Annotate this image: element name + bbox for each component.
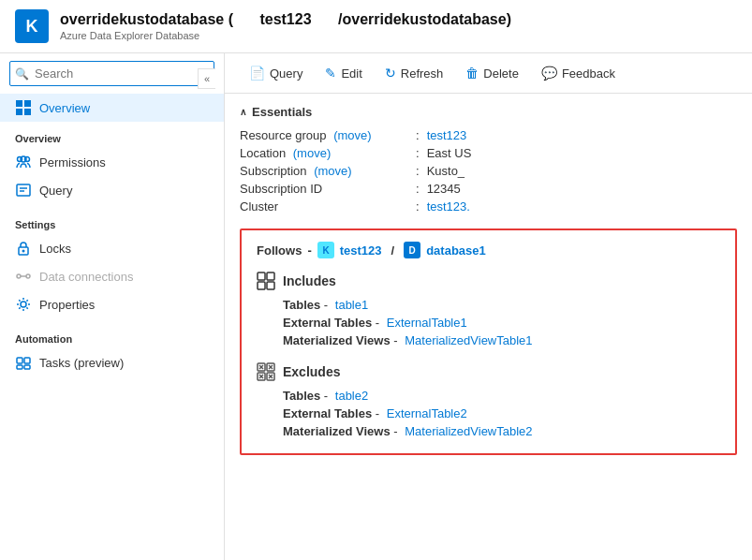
edit-icon: ✎: [325, 66, 336, 81]
excludes-tables-value[interactable]: table2: [335, 389, 368, 403]
includes-external-tables-separator: -: [376, 316, 383, 330]
svg-rect-9: [17, 184, 30, 196]
svg-rect-2: [16, 100, 22, 107]
lock-icon: [15, 240, 32, 257]
follows-dash: -: [307, 243, 311, 258]
sidebar-item-tasks[interactable]: Tasks (preview): [0, 348, 224, 376]
includes-materialized-views-value[interactable]: MaterializedViewTable1: [405, 333, 532, 347]
essentials-chevron-icon: ∧: [240, 107, 246, 117]
excludes-materialized-views-label: Materialized Views: [283, 424, 391, 438]
essentials-colon-5: :: [416, 199, 420, 214]
excludes-materialized-views-value[interactable]: MaterializedViewTable2: [405, 424, 532, 438]
svg-text:K: K: [322, 245, 330, 256]
includes-label: Includes: [283, 273, 336, 288]
page-subtitle: Azure Data Explorer Database: [60, 30, 511, 41]
follows-database-link[interactable]: database1: [426, 243, 486, 258]
excludes-external-tables-label: External Tables: [283, 406, 372, 420]
query-button[interactable]: 📄 Query: [240, 61, 312, 85]
svg-point-8: [25, 157, 30, 162]
svg-rect-19: [24, 358, 30, 363]
follows-cluster-link[interactable]: test123: [340, 243, 382, 258]
properties-icon: [15, 296, 32, 313]
nav-section-overview: Overview Permissions Query: [0, 122, 224, 208]
excludes-icon: [257, 362, 275, 381]
essentials-subscription-id-label: Subscription ID: [240, 182, 408, 196]
sidebar: 🔍 « Overview Overview Permissions: [0, 53, 225, 560]
excludes-materialized-views-row: Materialized Views - MaterializedViewTab…: [257, 424, 720, 438]
essentials-location-value: East US: [427, 146, 472, 160]
essentials-row-resource-group: Resource group (move) : test123: [240, 128, 737, 142]
essentials-colon-1: :: [416, 128, 420, 142]
edit-button[interactable]: ✎ Edit: [316, 61, 371, 85]
includes-external-tables-row: External Tables - ExternalTable1: [257, 316, 720, 330]
sidebar-item-permissions-label: Permissions: [39, 155, 106, 169]
sidebar-item-data-connections: Data connections: [0, 262, 224, 290]
includes-external-tables-value[interactable]: ExternalTable1: [387, 316, 467, 330]
svg-text:D: D: [409, 245, 416, 256]
query-toolbar-icon: 📄: [249, 66, 265, 81]
feedback-button[interactable]: 💬 Feedback: [532, 61, 625, 85]
permissions-icon: [15, 154, 32, 170]
resource-group-move-link[interactable]: (move): [333, 128, 371, 142]
nav-section-overview-label: Overview: [0, 125, 224, 148]
essentials-resource-group-value[interactable]: test123: [427, 128, 467, 142]
includes-materialized-views-separator: -: [393, 333, 401, 347]
essentials-subscription-value: Kusto_: [427, 164, 464, 178]
follows-card: Follows - K test123 / D database1: [240, 228, 737, 455]
sidebar-item-tasks-label: Tasks (preview): [39, 356, 124, 370]
essentials-resource-group-label: Resource group (move): [240, 128, 408, 142]
delete-button[interactable]: 🗑 Delete: [456, 61, 528, 85]
svg-point-13: [22, 250, 25, 253]
excludes-external-tables-value[interactable]: ExternalTable2: [387, 406, 467, 420]
essentials-subscription-id-value: 12345: [427, 182, 461, 196]
excludes-label: Excludes: [283, 364, 340, 379]
excludes-tables-label: Tables: [283, 389, 320, 403]
refresh-button[interactable]: ↻ Refresh: [376, 61, 453, 85]
query-icon: [15, 182, 32, 199]
sidebar-item-overview-active[interactable]: Overview: [0, 94, 224, 122]
sidebar-item-locks[interactable]: Locks: [0, 234, 224, 262]
essentials-cluster-label: Cluster: [240, 199, 408, 214]
nav-section-automation: Automation Tasks (preview): [0, 322, 224, 380]
svg-rect-18: [17, 358, 22, 363]
search-container: 🔍 «: [9, 61, 214, 86]
data-connections-icon: [15, 268, 32, 285]
svg-text:K: K: [26, 17, 38, 36]
essentials-row-subscription-id: Subscription ID : 12345: [240, 182, 737, 196]
search-input[interactable]: [9, 61, 214, 86]
essentials-cluster-value[interactable]: test123.: [427, 199, 470, 214]
delete-icon: 🗑: [465, 66, 479, 81]
collapse-sidebar-button[interactable]: «: [198, 68, 215, 89]
sidebar-item-permissions[interactable]: Permissions: [0, 148, 224, 176]
location-move-link[interactable]: (move): [293, 146, 331, 160]
includes-tables-label: Tables: [283, 298, 320, 312]
includes-icon: [257, 272, 275, 290]
nav-section-settings-label: Settings: [0, 212, 224, 234]
sidebar-item-data-connections-label: Data connections: [39, 270, 133, 284]
follows-label: Follows: [257, 243, 302, 258]
sidebar-item-query[interactable]: Query: [0, 176, 224, 204]
svg-point-15: [26, 274, 30, 278]
includes-materialized-views-row: Materialized Views - MaterializedViewTab…: [257, 333, 720, 347]
content-area: ∧ Essentials Resource group (move) : tes…: [225, 94, 752, 560]
excludes-external-tables-row: External Tables - ExternalTable2: [257, 406, 720, 420]
search-icon: 🔍: [15, 67, 29, 81]
subscription-move-link[interactable]: (move): [314, 164, 351, 178]
excludes-header: Excludes: [257, 362, 720, 381]
feedback-icon: 💬: [541, 66, 557, 81]
essentials-row-location: Location (move) : East US: [240, 146, 737, 160]
page-title: overridekustodatabase ( test123 /overrid…: [60, 11, 511, 28]
essentials-colon-4: :: [416, 182, 420, 196]
sidebar-item-properties[interactable]: Properties: [0, 290, 224, 318]
toolbar: 📄 Query ✎ Edit ↻ Refresh 🗑 Delete 💬: [225, 53, 752, 94]
sidebar-item-overview-label: Overview: [39, 101, 90, 115]
overview-icon: [15, 99, 32, 116]
includes-tables-value[interactable]: table1: [335, 298, 368, 312]
excludes-materialized-views-separator: -: [393, 424, 401, 438]
includes-header: Includes: [257, 272, 720, 290]
essentials-row-cluster: Cluster : test123.: [240, 199, 737, 214]
excludes-tables-row: Tables - table2: [257, 389, 720, 403]
essentials-location-label: Location (move): [240, 146, 408, 160]
essentials-row-subscription: Subscription (move) : Kusto_: [240, 164, 737, 178]
excludes-section: Excludes Tables - table2 External Tables…: [257, 362, 720, 438]
